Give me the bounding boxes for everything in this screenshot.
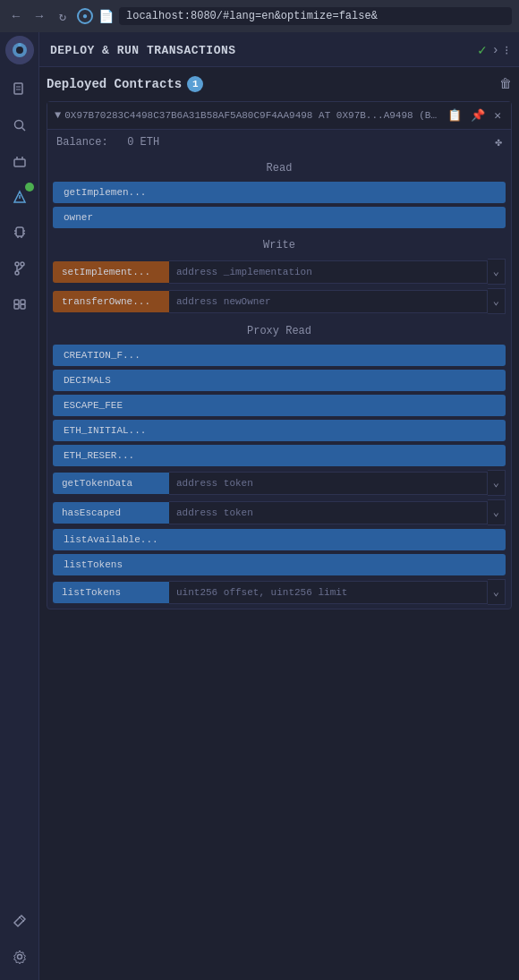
sidebar-item-search[interactable] <box>4 109 36 141</box>
panel-header-actions: ✓ › ⁝ <box>478 41 508 59</box>
sidebar-bottom <box>4 905 36 980</box>
get-implementation-button[interactable]: getImplemen... <box>53 182 506 203</box>
svg-rect-27 <box>21 300 25 304</box>
browser-bar: ← → ↻ ● 📄 localhost:8080/#lang=en&optimi… <box>0 0 519 32</box>
sidebar-item-plugin[interactable] <box>4 145 36 177</box>
svg-rect-26 <box>14 300 19 304</box>
list-tokens-params-input: uint256 offset, uint256 limit <box>169 581 488 604</box>
write-section-label: Write <box>47 232 511 255</box>
trash-icon[interactable]: 🗑 <box>499 77 512 91</box>
has-escaped-input: address token <box>169 501 488 524</box>
list-available-button[interactable]: listAvailable... <box>53 529 506 550</box>
set-implementation-input: address _implementation <box>169 260 488 284</box>
expand-icon[interactable]: ✤ <box>495 135 502 149</box>
list-tokens-params-row: listTokens uint256 offset, uint256 limit… <box>53 579 506 605</box>
set-implementation-expand[interactable]: ⌄ <box>488 259 506 285</box>
content-area: Deployed Contracts 1 🗑 ▼ 0X97B70283C4498… <box>39 67 519 980</box>
svg-point-20 <box>15 262 19 266</box>
sidebar <box>0 32 39 980</box>
reload-button[interactable]: ↻ <box>54 7 72 25</box>
has-escaped-row: hasEscaped address token ⌄ <box>53 499 506 525</box>
has-escaped-button[interactable]: hasEscaped <box>53 502 169 524</box>
sidebar-item-git[interactable] <box>4 252 36 285</box>
page-icon: 📄 <box>98 9 114 24</box>
owner-button[interactable]: owner <box>53 207 506 228</box>
get-token-data-row: getTokenData address token ⌄ <box>53 470 506 496</box>
chevron-down-icon[interactable]: ▼ <box>55 109 61 122</box>
list-tokens-solo-button[interactable]: listTokens <box>53 554 506 575</box>
decimals-button[interactable]: DECIMALS <box>53 370 506 391</box>
list-tokens-params-expand[interactable]: ⌄ <box>488 579 506 605</box>
contracts-count-badge: 1 <box>187 76 203 92</box>
logo-icon <box>11 41 29 59</box>
contract-address: 0X97B70283C4498C37B6A31B58AF5A80C9F4AA94… <box>64 110 441 121</box>
main-layout: DEPLOY & RUN TRANSACTIONS ✓ › ⁝ Deployed… <box>0 32 519 980</box>
read-section-label: Read <box>47 155 511 178</box>
svg-line-7 <box>21 128 25 132</box>
balance-row: Balance: 0 ETH ✤ <box>47 130 511 155</box>
sidebar-item-settings[interactable] <box>4 941 36 973</box>
get-token-data-input: address token <box>169 472 488 495</box>
proxy-read-section-label: Proxy Read <box>47 318 511 341</box>
svg-point-29 <box>17 955 21 959</box>
deployed-contracts-header: Deployed Contracts 1 🗑 <box>47 74 512 94</box>
url-bar[interactable]: localhost:8080/#lang=en&optimize=false& <box>119 7 512 25</box>
contract-item: ▼ 0X97B70283C4498C37B6A31B58AF5A80C9F4AA… <box>47 101 512 609</box>
panel-title: DEPLOY & RUN TRANSACTIONS <box>50 44 236 57</box>
transfer-owner-expand[interactable]: ⌄ <box>488 288 506 314</box>
svg-point-21 <box>21 262 24 266</box>
sidebar-item-extensions[interactable] <box>4 288 36 320</box>
set-implementation-row: setImplement... address _implementation … <box>53 259 506 285</box>
get-token-data-expand[interactable]: ⌄ <box>488 470 506 496</box>
has-escaped-expand[interactable]: ⌄ <box>488 499 506 525</box>
sidebar-logo[interactable] <box>5 36 34 64</box>
set-implementation-button[interactable]: setImplement... <box>53 261 169 283</box>
back-button[interactable]: ← <box>7 7 25 25</box>
sidebar-item-tools[interactable] <box>4 905 36 937</box>
svg-rect-8 <box>14 159 25 166</box>
copy-address-button[interactable]: 📋 <box>445 107 464 124</box>
list-tokens-params-button[interactable]: listTokens <box>53 582 169 603</box>
close-contract-button[interactable]: ✕ <box>491 107 504 124</box>
svg-point-1 <box>16 47 23 54</box>
sidebar-item-debug[interactable] <box>4 217 36 249</box>
pin-contract-button[interactable]: 📌 <box>468 107 488 124</box>
deploy-badge <box>25 183 34 192</box>
deployed-contracts-title: Deployed Contracts 1 <box>47 76 203 92</box>
sidebar-item-deploy[interactable] <box>4 181 36 213</box>
deployed-contracts-label: Deployed Contracts <box>47 77 182 91</box>
balance-label: Balance: <box>56 136 108 149</box>
transfer-owner-row: transferOwne... address newOwner ⌄ <box>53 288 506 314</box>
panel: DEPLOY & RUN TRANSACTIONS ✓ › ⁝ Deployed… <box>39 32 519 980</box>
svg-point-6 <box>14 121 22 129</box>
contract-actions: 📋 📌 ✕ <box>445 107 504 124</box>
contract-item-header: ▼ 0X97B70283C4498C37B6A31B58AF5A80C9F4AA… <box>47 102 511 130</box>
creation-f-button[interactable]: CREATION_F... <box>53 345 506 366</box>
svg-rect-3 <box>14 83 22 94</box>
sidebar-item-files[interactable] <box>4 73 36 106</box>
balance-value: 0 ETH <box>127 136 159 149</box>
transfer-owner-input: address newOwner <box>169 290 488 313</box>
arrow-right-icon: › <box>492 43 499 57</box>
forward-button[interactable]: → <box>30 7 48 25</box>
svg-point-22 <box>15 271 19 275</box>
transfer-owner-button[interactable]: transferOwne... <box>53 291 169 312</box>
check-icon: ✓ <box>478 41 487 59</box>
svg-point-2 <box>18 43 21 47</box>
svg-rect-13 <box>16 227 23 236</box>
eth-initial-button[interactable]: ETH_INITIAL... <box>53 420 506 441</box>
get-token-data-button[interactable]: getTokenData <box>53 473 169 494</box>
grid-icon: ⁝ <box>505 43 508 58</box>
eth-reser-button[interactable]: ETH_RESER... <box>53 445 506 466</box>
security-icon: ● <box>77 8 93 24</box>
panel-header: DEPLOY & RUN TRANSACTIONS ✓ › ⁝ <box>39 32 519 67</box>
escape-fee-button[interactable]: ESCAPE_FEE <box>53 395 506 416</box>
